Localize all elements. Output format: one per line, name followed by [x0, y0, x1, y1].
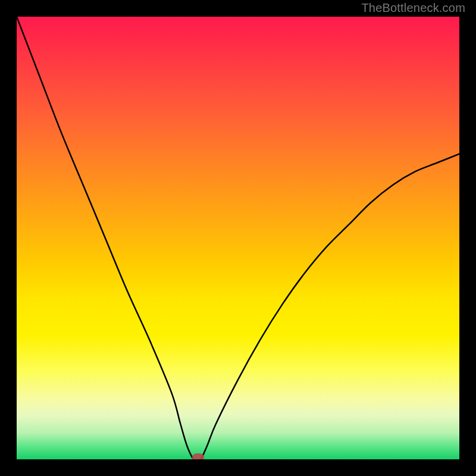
watermark-text: TheBottleneck.com [361, 1, 465, 15]
plot-area [17, 17, 459, 459]
chart-frame: TheBottleneck.com [0, 0, 476, 476]
optimal-marker-icon [192, 453, 204, 459]
bottleneck-curve [17, 17, 459, 459]
